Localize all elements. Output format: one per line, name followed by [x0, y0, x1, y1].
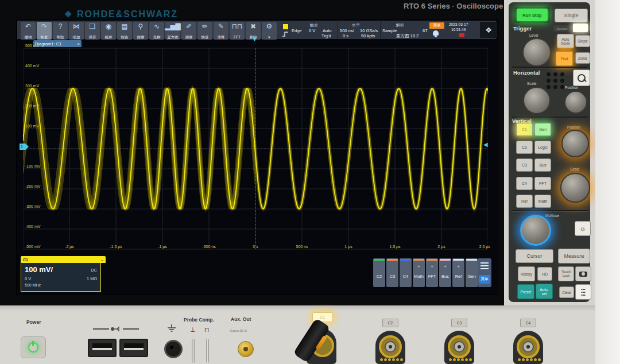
signal-tab-c4[interactable]: C4 — [400, 258, 412, 287]
menu-button[interactable]: 菜单 — [478, 258, 491, 287]
channel-button-c4[interactable]: C4 — [516, 177, 533, 190]
auto-norm-button[interactable]: Auto Norm — [557, 34, 574, 48]
find-button[interactable]: Find — [556, 51, 573, 66]
toolbar-button-search[interactable]: ⚲搜索 — [133, 22, 148, 40]
touch-lock-button[interactable]: Touch Lock — [558, 266, 574, 281]
power-button[interactable] — [21, 336, 46, 358]
vertical-scale-knob[interactable] — [560, 173, 590, 203]
preset-label: Preset — [521, 290, 532, 294]
aux-out-connector[interactable] — [238, 341, 254, 357]
probe-comp-pin-gnd[interactable] — [192, 339, 195, 363]
toolbar-button-fft[interactable]: ⊓⊓FFT — [230, 22, 245, 40]
channel-bnc-c2[interactable] — [375, 331, 405, 364]
toolbar-button-redo[interactable]: ↷恢复 — [37, 22, 52, 40]
divider — [512, 67, 588, 68]
cursor-button[interactable]: Cursor — [516, 249, 553, 263]
autoset-button[interactable]: Auto-set — [536, 284, 553, 299]
probe-comp-pin-signal[interactable] — [206, 339, 209, 363]
horizontal-scale-knob[interactable] — [523, 87, 551, 114]
bnc-core — [522, 341, 534, 353]
preset-button[interactable]: Preset — [517, 284, 534, 299]
channel-button-ref[interactable]: Ref — [516, 195, 533, 208]
signal-tab-c2[interactable]: C2 — [373, 258, 385, 287]
history-button[interactable]: History — [518, 266, 535, 281]
usb-port-2[interactable] — [119, 339, 148, 357]
channel-button-c3[interactable]: C3 — [516, 158, 533, 172]
touch-lock-label: Touch Lock — [560, 270, 572, 278]
channel-bnc-c4[interactable] — [513, 331, 543, 364]
toolbar-button-undo[interactable]: ↶撤销 — [21, 22, 36, 40]
status-acq-mode[interactable]: Sample — [382, 28, 397, 33]
brightness-button[interactable]: ☼ — [575, 221, 591, 236]
multiuse-knob[interactable] — [520, 215, 551, 246]
status-trigger-type[interactable]: Edge — [292, 28, 302, 33]
toolbar-button-zoom[interactable]: ⋈缩放 — [69, 22, 84, 40]
y-axis-label: 300 mV — [25, 84, 39, 88]
sun-icon: ☼ — [580, 224, 586, 233]
trigger-level-knob[interactable] — [522, 38, 551, 67]
toolbar-button-settings[interactable]: ⚙▾ — [262, 22, 277, 40]
status-trigger-level[interactable]: 0 V — [309, 28, 315, 33]
toolbar-button-cursor[interactable]: ∿光标 — [149, 22, 164, 40]
menu-badge[interactable]: 菜单 — [429, 22, 444, 29]
trigger-level-marker[interactable]: ◀ — [483, 141, 488, 148]
report-icon: ▤ — [121, 23, 127, 30]
diagram-tab[interactable]: Diagram1: C1 × — [33, 40, 82, 47]
signal-tab-math[interactable]: +Math — [413, 258, 425, 287]
signal-tab-ref[interactable]: +Ref — [452, 258, 464, 287]
usb-port-1[interactable] — [88, 339, 117, 357]
channel1-connector-label: C1 — [320, 315, 325, 319]
minimize-icon[interactable]: ‒ — [101, 258, 103, 262]
signal-tab-bus[interactable]: +Bus — [439, 258, 451, 287]
status-h-scale[interactable]: 500 ns/ — [340, 28, 354, 33]
vertical-position-knob[interactable] — [561, 130, 589, 157]
toolbar-button-measure[interactable]: ✐测量 — [181, 22, 196, 40]
zoom-button[interactable] — [573, 69, 590, 86]
clear-button[interactable]: Clear — [559, 286, 574, 298]
channel-button-fft[interactable]: FFT — [534, 177, 551, 190]
channel-button-logic[interactable]: Logic — [534, 141, 551, 154]
signal-tab-c3[interactable]: C3 — [386, 258, 398, 287]
ground-jack[interactable] — [164, 340, 183, 358]
toolbar-button-report[interactable]: ▤报告 — [117, 22, 132, 40]
toolbar-button-screenshot[interactable]: ◉截屏 — [101, 22, 116, 40]
notification-bell-icon[interactable] — [433, 30, 439, 36]
channel-box[interactable]: 100 mV/ DC 0 V 1 MΩ 500 MHz — [21, 263, 101, 292]
toolbar-button-histogram[interactable]: ▂▅▇直方图 — [165, 22, 180, 40]
speaker-grille-dot — [553, 79, 557, 83]
channel-bnc-c3[interactable] — [444, 331, 474, 364]
tab-color-stripe — [374, 259, 385, 261]
signal-tab-gen[interactable]: Gen — [466, 258, 478, 287]
channel-button-math[interactable]: Math — [534, 195, 551, 208]
toolbar-button-help[interactable]: ?帮助 — [53, 22, 68, 40]
status-trigger-header: 触发 — [310, 22, 318, 28]
waveform-display[interactable] — [23, 40, 488, 250]
channel-button-c2[interactable]: C2 — [516, 141, 533, 154]
run-stop-button[interactable]: Run Stop — [514, 7, 550, 23]
trigger-source-button[interactable]: Source — [553, 25, 571, 32]
horizontal-position-knob[interactable] — [564, 91, 587, 114]
apps-button[interactable]: ••••••••• — [575, 284, 591, 300]
single-button[interactable]: Single — [555, 9, 588, 22]
slope-button[interactable]: Slope — [575, 35, 590, 47]
signal-tab-fft[interactable]: +FFT — [426, 258, 438, 287]
diagram-tab-close-icon[interactable]: × — [78, 41, 80, 47]
channel-button-gen[interactable]: Gen — [534, 123, 551, 136]
status-h-position[interactable]: 0 s — [343, 33, 348, 38]
hd-label: HD — [542, 272, 548, 276]
trigger-position-marker[interactable]: ▼ — [251, 36, 258, 42]
channel-box-header[interactable]: C1 ‒ — [21, 256, 106, 263]
camera-button[interactable] — [575, 266, 591, 281]
channel-button-c1[interactable]: C1 — [516, 123, 533, 136]
hd-button[interactable]: HD — [537, 267, 552, 281]
channel-button-bus[interactable]: Bus — [534, 158, 551, 172]
tab-color-stripe — [453, 259, 464, 261]
toolbar-button-save[interactable]: ❏保存 — [85, 22, 100, 40]
trigger-indicator-button[interactable] — [573, 24, 588, 32]
measure-button[interactable]: Measure — [558, 249, 590, 264]
toolbar-button-quick-measure[interactable]: ✏快速 — [197, 22, 212, 40]
toolbar-button-annotate[interactable]: ✎注释 — [214, 22, 228, 40]
toolbar-button-label: 截屏 — [105, 35, 113, 39]
square-wave-symbol: ⊓ — [204, 326, 210, 334]
zone-button[interactable]: Zone — [575, 52, 590, 64]
